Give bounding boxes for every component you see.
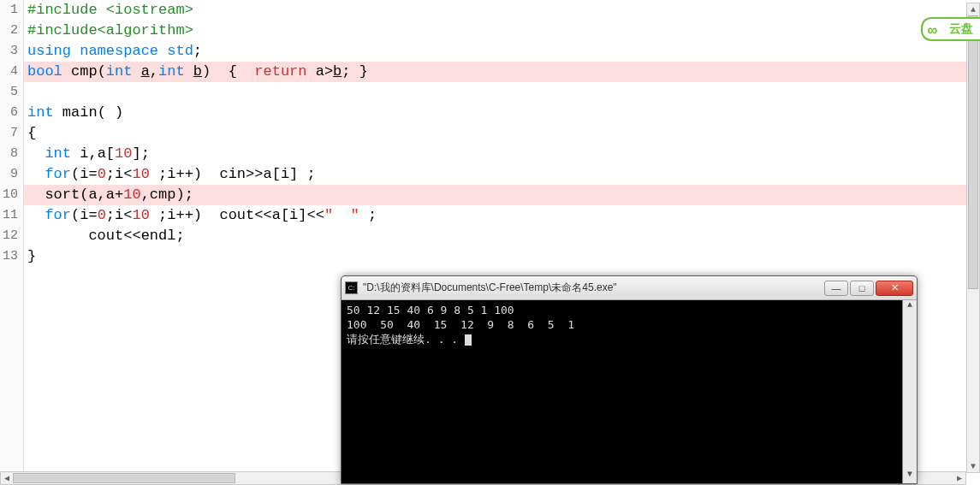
code-line-highlighted: bool cmp(int a,int b) { return a>b; } [24, 62, 980, 82]
text-cursor-icon [465, 334, 472, 346]
code-line-highlighted: sort(a,a+10,cmp); [24, 185, 980, 205]
scroll-thumb-vertical[interactable] [968, 15, 978, 289]
maximize-button[interactable]: □ [850, 281, 874, 296]
scroll-down-arrow-icon[interactable]: ▼ [903, 470, 917, 483]
close-button[interactable]: ✕ [876, 281, 913, 296]
console-titlebar[interactable]: C: "D:\我的资料库\Documents\C-Free\Temp\未命名45… [342, 276, 917, 300]
scroll-up-arrow-icon[interactable]: ▲ [967, 3, 979, 15]
code-line: cout<<endl; [24, 226, 980, 246]
code-line: int main( ) [24, 103, 980, 123]
line-number-gutter: 1 2 3 4 5 6 7 8 9 10 11 12 13 [0, 0, 24, 485]
code-line: for(i=0;i<10 ;i++) cout<<a[i]<<" " ; [24, 205, 980, 226]
console-output[interactable]: 50 12 15 40 6 9 8 5 1 100 100 50 40 15 1… [342, 300, 902, 483]
scroll-right-arrow-icon[interactable]: ▶ [953, 472, 965, 484]
code-line [24, 82, 980, 103]
minimize-button[interactable]: — [824, 281, 848, 296]
cloud-badge-label: 云盘 [949, 21, 973, 37]
console-vertical-scrollbar[interactable]: ▲ ▼ [902, 300, 917, 483]
code-line: #include <iostream> [27, 2, 193, 18]
console-app-icon: C: [345, 281, 358, 294]
vertical-scrollbar[interactable]: ▲ ▼ [966, 3, 980, 473]
console-title-text: "D:\我的资料库\Documents\C-Free\Temp\未命名45.ex… [363, 281, 824, 295]
code-line: using namespace std; [24, 41, 980, 62]
scroll-thumb-horizontal[interactable] [13, 473, 235, 483]
scroll-down-arrow-icon[interactable]: ▼ [967, 460, 979, 472]
code-line: { [24, 123, 980, 144]
code-line: for(i=0;i<10 ;i++) cin>>a[i] ; [24, 164, 980, 185]
code-line: int i,a[10]; [24, 144, 980, 164]
code-line: } [24, 246, 980, 267]
cloud-drive-badge[interactable]: 云盘 [921, 17, 980, 41]
scroll-up-arrow-icon[interactable]: ▲ [903, 300, 917, 314]
scroll-left-arrow-icon[interactable]: ◀ [1, 472, 13, 484]
infinity-icon [928, 23, 945, 35]
console-window[interactable]: C: "D:\我的资料库\Documents\C-Free\Temp\未命名45… [341, 275, 918, 484]
code-line: #include<algorithm> [27, 22, 193, 38]
